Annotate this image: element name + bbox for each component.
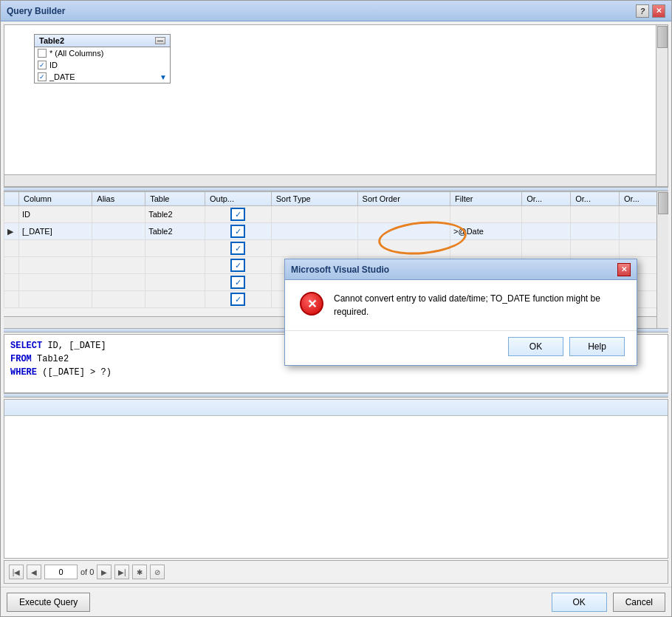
row-output[interactable]	[205, 240, 271, 257]
all-columns-checkbox[interactable]	[38, 49, 47, 58]
output-checkbox[interactable]	[230, 208, 245, 221]
diagram-scrollbar-right[interactable]	[656, 25, 668, 186]
row-or1[interactable]	[522, 240, 571, 257]
from-keyword: FROM	[10, 354, 32, 364]
row-filter[interactable]: >@Date	[450, 223, 522, 240]
where-clause: ([_DATE] > ?)	[42, 367, 112, 378]
last-record-button[interactable]: ▶|	[114, 565, 129, 579]
col-header-column: Column	[19, 192, 92, 206]
table-row[interactable]	[4, 240, 668, 257]
table-box: Table2 — * (All Columns) ID _DATE ▼	[34, 34, 171, 83]
row-table: Table2	[145, 206, 205, 223]
date-checkbox[interactable]	[38, 72, 47, 81]
filter-icon: ▼	[160, 73, 167, 81]
col-header-sort-order: Sort Order	[357, 192, 450, 206]
row-filter[interactable]	[450, 240, 522, 257]
modal-body: Cannot convert entry to valid date/time;…	[285, 280, 637, 330]
grid-scrollbar-thumb[interactable]	[658, 192, 668, 214]
col-header-alias: Alias	[92, 192, 145, 206]
row-indicator	[4, 223, 19, 240]
close-button[interactable]: ✕	[652, 4, 665, 18]
row-or2[interactable]	[571, 240, 620, 257]
row-or2[interactable]	[571, 206, 620, 223]
row-sort-order[interactable]	[357, 223, 450, 240]
splitter-3[interactable]	[4, 393, 668, 398]
output-checkbox[interactable]	[230, 276, 245, 289]
diagram-scrollbar-bottom[interactable]	[4, 174, 656, 186]
table-row[interactable]: ID Table2	[4, 206, 668, 223]
from-table: Table2	[37, 354, 69, 364]
modal-footer: OK Help	[285, 330, 637, 365]
date-row: _DATE ▼	[35, 71, 170, 83]
ok-button[interactable]: OK	[552, 593, 607, 612]
diagram-area: Table2 — * (All Columns) ID _DATE ▼	[4, 24, 668, 187]
table-row[interactable]: [_DATE] Table2 >@Date	[4, 223, 668, 240]
row-sort-order[interactable]	[357, 206, 450, 223]
row-alias[interactable]	[92, 206, 145, 223]
window-titlebar: Query Builder ? ✕	[1, 1, 671, 21]
row-column[interactable]	[19, 240, 92, 257]
table-header: Table2 —	[35, 35, 170, 47]
modal-close-button[interactable]: ✕	[617, 263, 631, 276]
first-record-button[interactable]: |◀	[9, 565, 24, 579]
error-icon	[300, 292, 323, 316]
modal-title: Microsoft Visual Studio	[291, 265, 389, 275]
add-record-button[interactable]: ✱	[132, 565, 147, 579]
id-checkbox[interactable]	[38, 61, 47, 69]
col-header-table: Table	[145, 192, 205, 206]
modal-help-button[interactable]: Help	[569, 337, 625, 356]
modal-message: Cannot convert entry to valid date/time;…	[334, 292, 622, 318]
date-label: _DATE	[49, 72, 75, 81]
cancel-button[interactable]: Cancel	[613, 593, 665, 612]
results-area	[4, 399, 668, 559]
current-record-input[interactable]	[44, 565, 78, 579]
row-alias[interactable]	[92, 240, 145, 257]
record-count-label: of 0	[80, 567, 94, 576]
row-sort-type[interactable]	[271, 206, 357, 223]
output-checkbox[interactable]	[230, 242, 245, 255]
row-indicator	[4, 240, 19, 257]
row-column[interactable]: ID	[19, 206, 92, 223]
sql-where-line: WHERE ([_DATE] > ?)	[10, 366, 662, 379]
output-checkbox[interactable]	[230, 293, 245, 306]
col-header-or2: Or...	[571, 192, 620, 206]
help-button[interactable]: ?	[636, 4, 649, 18]
col-header-output: Outp...	[205, 192, 271, 206]
row-table: Table2	[145, 223, 205, 240]
row-or1[interactable]	[522, 206, 571, 223]
id-label: ID	[49, 61, 58, 69]
row-output[interactable]	[205, 206, 271, 223]
all-columns-row: * (All Columns)	[35, 47, 170, 59]
modal-ok-button[interactable]: OK	[508, 337, 563, 356]
row-column[interactable]: [_DATE]	[19, 223, 92, 240]
col-header-or1: Or...	[522, 192, 571, 206]
where-keyword: WHERE	[10, 367, 37, 378]
row-or2[interactable]	[571, 223, 620, 240]
grid-scrollbar-right[interactable]	[656, 191, 668, 328]
action-buttons-right: OK Cancel	[552, 593, 665, 612]
table-minimize-button[interactable]: —	[155, 37, 165, 44]
diagram-scrollbar-thumb[interactable]	[657, 26, 668, 48]
row-or1[interactable]	[522, 223, 571, 240]
col-header-sort-type: Sort Type	[271, 192, 357, 206]
output-checkbox[interactable]	[230, 259, 245, 272]
execute-query-button[interactable]: Execute Query	[7, 593, 90, 612]
col-header-indicator	[4, 192, 19, 206]
row-sort-type[interactable]	[271, 240, 357, 257]
row-sort-order[interactable]	[357, 240, 450, 257]
next-record-button[interactable]: ▶	[97, 565, 112, 579]
col-header-filter: Filter	[450, 192, 522, 206]
row-alias[interactable]	[92, 223, 145, 240]
delete-record-button[interactable]: ⊘	[150, 565, 165, 579]
action-bar: Execute Query OK Cancel	[1, 587, 671, 616]
navigation-bar: |◀ ◀ of 0 ▶ ▶| ✱ ⊘	[4, 560, 668, 584]
output-checkbox[interactable]	[230, 225, 245, 238]
row-output[interactable]	[205, 223, 271, 240]
select-keyword: SELECT	[10, 341, 42, 351]
row-filter[interactable]	[450, 206, 522, 223]
select-cols: ID, [_DATE]	[47, 341, 106, 351]
prev-record-button[interactable]: ◀	[27, 565, 41, 579]
row-sort-type[interactable]	[271, 223, 357, 240]
window-title: Query Builder	[7, 6, 65, 16]
row-indicator	[4, 206, 19, 223]
